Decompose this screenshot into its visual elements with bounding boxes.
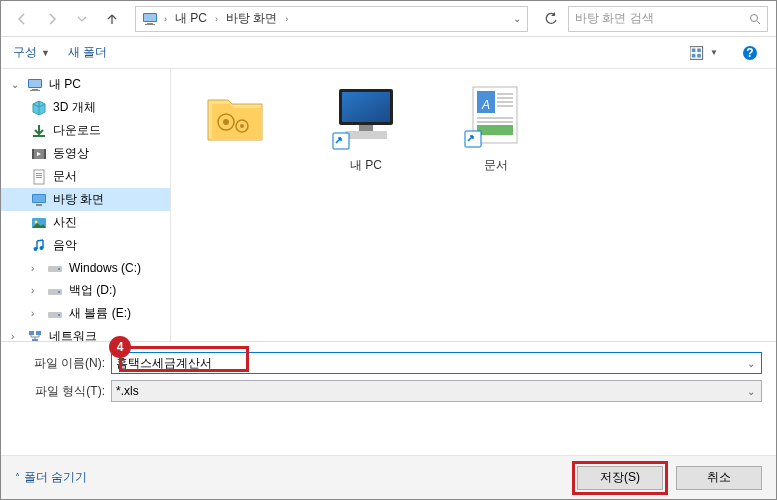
view-options-button[interactable]: ▼ (690, 42, 718, 64)
recent-dropdown[interactable] (69, 6, 95, 32)
svg-rect-19 (44, 149, 46, 159)
tree-item-documents[interactable]: 문서 (1, 165, 170, 188)
tree-item-drive-e[interactable]: ›새 볼륨 (E:) (1, 302, 170, 325)
filename-label: 파일 이름(N): (15, 355, 111, 372)
chevron-down-icon[interactable]: ⌄ (743, 386, 759, 397)
refresh-button[interactable] (538, 6, 564, 32)
tree-label: 문서 (53, 168, 77, 185)
svg-point-41 (223, 119, 229, 125)
svg-rect-3 (145, 24, 155, 25)
hide-folders-label: 폴더 숨기기 (24, 469, 87, 486)
svg-rect-23 (36, 177, 42, 178)
svg-rect-58 (477, 121, 513, 123)
up-button[interactable] (99, 6, 125, 32)
forward-button[interactable] (39, 6, 65, 32)
filename-field[interactable] (116, 356, 757, 370)
address-dropdown-icon[interactable]: ⌄ (513, 13, 521, 24)
svg-rect-25 (33, 195, 45, 202)
svg-rect-14 (32, 89, 38, 90)
svg-rect-46 (342, 92, 390, 122)
svg-rect-1 (144, 14, 156, 21)
tree-item-downloads[interactable]: 다운로드 (1, 119, 170, 142)
svg-rect-32 (58, 268, 60, 270)
file-label: 문서 (484, 157, 508, 174)
chevron-up-icon: ˄ (15, 472, 20, 483)
tree-label: 새 볼륨 (E:) (69, 305, 131, 322)
filename-input[interactable]: ⌄ (111, 352, 762, 374)
tree-label: 백업 (D:) (69, 282, 116, 299)
tree-item-drive-c[interactable]: ›Windows (C:) (1, 257, 170, 279)
tree-item-network[interactable]: ›네트워크 (1, 325, 170, 341)
svg-rect-55 (497, 101, 513, 103)
tree-item-videos[interactable]: 동영상 (1, 142, 170, 165)
file-list[interactable]: 내 PC A 문서 (171, 69, 776, 341)
organize-button[interactable]: 구성▼ (13, 44, 50, 61)
dialog-footer: ˄ 폴더 숨기기 저장(S) 취소 (1, 455, 776, 499)
svg-rect-15 (30, 90, 40, 91)
svg-point-43 (240, 124, 244, 128)
address-bar[interactable]: › 내 PC › 바탕 화면 › ⌄ (135, 6, 528, 32)
svg-rect-47 (359, 125, 373, 131)
help-button[interactable]: ? (736, 42, 764, 64)
svg-rect-7 (697, 48, 701, 52)
svg-rect-22 (36, 175, 42, 176)
svg-rect-38 (36, 331, 41, 335)
svg-rect-59 (477, 125, 513, 135)
hide-folders-button[interactable]: ˄ 폴더 숨기기 (15, 469, 87, 486)
file-item-pc[interactable]: 내 PC (321, 85, 411, 174)
svg-rect-36 (58, 314, 60, 316)
filetype-value: *.xls (116, 384, 139, 398)
save-fields: 4 파일 이름(N): ⌄ 파일 형식(T): *.xls ⌄ (1, 341, 776, 412)
file-item-documents[interactable]: A 문서 (451, 85, 541, 174)
navigation-tree[interactable]: ⌄내 PC 3D 개체 다운로드 동영상 문서 바탕 화면 사진 음악 ›Win… (1, 69, 171, 341)
tree-item-3d[interactable]: 3D 개체 (1, 96, 170, 119)
music-icon (31, 238, 47, 254)
cancel-button[interactable]: 취소 (676, 466, 762, 490)
breadcrumb-item[interactable]: 바탕 화면 (224, 8, 279, 29)
svg-point-29 (34, 247, 38, 251)
drive-icon (47, 306, 63, 322)
svg-rect-9 (697, 53, 701, 57)
filetype-select[interactable]: *.xls ⌄ (111, 380, 762, 402)
pc-icon (142, 11, 158, 27)
tree-label: 3D 개체 (53, 99, 96, 116)
pc-shortcut-icon (331, 85, 401, 151)
svg-text:A: A (481, 98, 490, 112)
tree-item-pc[interactable]: ⌄내 PC (1, 73, 170, 96)
svg-rect-57 (477, 117, 513, 119)
svg-rect-2 (147, 23, 153, 24)
file-item-folder[interactable] (191, 85, 281, 157)
search-icon (749, 13, 761, 25)
document-icon (31, 169, 47, 185)
tree-label: 다운로드 (53, 122, 101, 139)
tree-label: 음악 (53, 237, 77, 254)
svg-rect-16 (33, 135, 45, 137)
annotation-highlight: 저장(S) (572, 461, 668, 495)
save-button[interactable]: 저장(S) (577, 466, 663, 490)
new-folder-button[interactable]: 새 폴더 (68, 44, 107, 61)
tree-label: 사진 (53, 214, 77, 231)
address-bar-row: › 내 PC › 바탕 화면 › ⌄ 바탕 화면 검색 (1, 1, 776, 37)
svg-rect-26 (36, 204, 42, 206)
tree-item-desktop[interactable]: 바탕 화면 (1, 188, 170, 211)
search-box[interactable]: 바탕 화면 검색 (568, 6, 768, 32)
svg-rect-37 (29, 331, 34, 335)
svg-rect-21 (36, 173, 42, 174)
cube-icon (31, 100, 47, 116)
tree-item-drive-d[interactable]: ›백업 (D:) (1, 279, 170, 302)
back-button[interactable] (9, 6, 35, 32)
file-label: 내 PC (350, 157, 382, 174)
tree-item-music[interactable]: 음악 (1, 234, 170, 257)
search-placeholder: 바탕 화면 검색 (575, 10, 654, 27)
chevron-down-icon[interactable]: ⌄ (743, 358, 759, 369)
drive-icon (47, 260, 63, 276)
svg-text:?: ? (746, 46, 753, 60)
tree-label: 동영상 (53, 145, 89, 162)
doc-shortcut-icon: A (461, 85, 531, 151)
toolbar: 구성▼ 새 폴더 ▼ ? (1, 37, 776, 69)
svg-rect-8 (692, 53, 696, 57)
chevron-right-icon: › (285, 14, 288, 24)
breadcrumb-item[interactable]: 내 PC (173, 8, 209, 29)
network-icon (27, 329, 43, 342)
tree-item-pictures[interactable]: 사진 (1, 211, 170, 234)
